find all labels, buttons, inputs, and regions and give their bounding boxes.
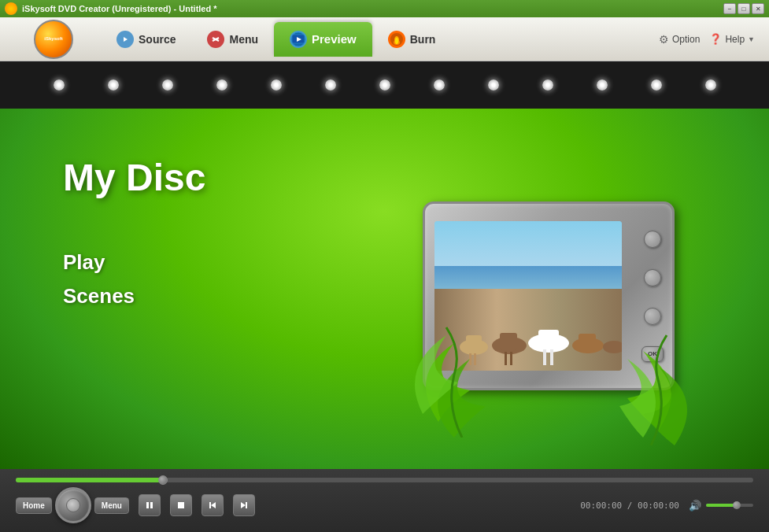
spotlight-1 — [54, 79, 65, 91]
menu-item-play[interactable]: Play — [63, 250, 135, 275]
tab-burn[interactable]: Burn — [372, 22, 452, 57]
spotlight-bar — [0, 61, 769, 109]
minimize-button[interactable]: − — [723, 3, 736, 14]
help-dropdown-icon: ▼ — [748, 35, 755, 43]
svg-rect-28 — [150, 502, 153, 508]
tab-menu-label: Menu — [229, 33, 258, 46]
pause-button[interactable] — [139, 494, 161, 516]
maximize-button[interactable]: □ — [738, 3, 750, 14]
progress-row — [16, 478, 753, 482]
tab-preview-label: Preview — [312, 32, 357, 46]
spotlight-12 — [651, 79, 662, 91]
logo-area: iSkysoft — [6, 18, 101, 61]
volume-icon: 🔊 — [689, 500, 701, 512]
tab-menu[interactable]: Menu — [191, 22, 274, 57]
toolbar: iSkysoft Source Menu Preview — [0, 17, 769, 61]
help-icon: ❓ — [709, 33, 722, 45]
spotlight-13 — [705, 79, 716, 91]
enter-button[interactable] — [55, 487, 91, 523]
control-bar: Home Menu 00:00:00 / 00:00:00 — [0, 469, 769, 532]
svg-rect-27 — [146, 502, 149, 508]
svg-marker-32 — [241, 502, 246, 508]
title-bar: iSkysoft DVD Creator (Unregistered) - Un… — [0, 0, 769, 17]
menu-item-scenes[interactable]: Scenes — [63, 284, 135, 308]
tab-preview[interactable]: Preview — [274, 22, 372, 57]
leaves-left — [391, 280, 549, 438]
next-button[interactable] — [233, 494, 255, 516]
volume-track[interactable] — [706, 504, 753, 507]
enter-button-inner — [66, 498, 80, 512]
title-bar-text: iSkysoft DVD Creator (Unregistered) - Un… — [22, 4, 217, 13]
tv-btn-2[interactable] — [644, 269, 661, 286]
burn-icon — [388, 31, 405, 48]
toolbar-right: ⚙ Option ❓ Help ▼ — [659, 33, 763, 46]
help-label: Help — [725, 34, 745, 45]
svg-rect-33 — [246, 502, 247, 508]
tab-source[interactable]: Source — [101, 22, 191, 57]
svg-point-11 — [395, 38, 398, 44]
controls-row: Home Menu 00:00:00 / 00:00:00 — [16, 487, 753, 523]
spotlight-8 — [434, 79, 445, 91]
preview-icon — [290, 31, 307, 48]
progress-track[interactable] — [16, 478, 753, 482]
prev-button[interactable] — [201, 494, 224, 516]
help-button[interactable]: ❓ Help ▼ — [709, 33, 755, 45]
spotlight-6 — [325, 79, 336, 91]
tv-btn-1[interactable] — [644, 231, 661, 248]
nav-cluster: Home Menu — [16, 487, 129, 523]
spotlight-11 — [597, 79, 608, 91]
home-button[interactable]: Home — [16, 497, 52, 514]
svg-rect-31 — [209, 502, 211, 508]
source-icon — [116, 31, 134, 48]
spotlight-2 — [108, 79, 119, 91]
main-area: My Disc Play Scenes — [0, 61, 769, 532]
option-label: Option — [672, 34, 700, 45]
gear-icon: ⚙ — [659, 33, 669, 46]
volume-area: 🔊 — [689, 500, 753, 512]
tab-bar: Source Menu Preview Burn — [101, 17, 659, 61]
svg-marker-30 — [211, 502, 216, 508]
svg-rect-26 — [550, 349, 553, 365]
app-logo-icon — [5, 2, 17, 15]
tv-frame: OK — [423, 201, 706, 422]
option-button[interactable]: ⚙ Option — [659, 33, 700, 46]
spotlight-4 — [216, 79, 227, 91]
app-logo: iSkysoft — [34, 20, 73, 59]
svg-rect-29 — [178, 502, 184, 508]
close-button[interactable]: ✕ — [752, 3, 764, 14]
stop-button[interactable] — [170, 494, 192, 516]
tab-source-label: Source — [139, 33, 176, 46]
spotlight-3 — [162, 79, 173, 91]
tab-burn-label: Burn — [410, 33, 436, 46]
spotlight-5 — [271, 79, 282, 91]
spotlight-9 — [488, 79, 499, 91]
title-bar-controls: − □ ✕ — [723, 3, 764, 14]
title-bar-left: iSkysoft DVD Creator (Unregistered) - Un… — [5, 2, 217, 15]
spotlight-7 — [379, 79, 390, 91]
time-display: 00:00:00 / 00:00:00 — [580, 501, 679, 511]
svg-rect-19 — [579, 334, 596, 351]
spotlight-10 — [542, 79, 553, 91]
menu-items-list: Play Scenes — [63, 250, 135, 318]
progress-thumb[interactable] — [158, 475, 168, 485]
volume-thumb[interactable] — [733, 501, 741, 509]
progress-fill — [16, 478, 163, 482]
preview-canvas: My Disc Play Scenes — [0, 61, 769, 469]
menu-icon — [207, 31, 224, 48]
menu-nav-button[interactable]: Menu — [94, 497, 129, 514]
leaves-right — [596, 304, 722, 445]
disc-title: My Disc — [63, 156, 205, 199]
